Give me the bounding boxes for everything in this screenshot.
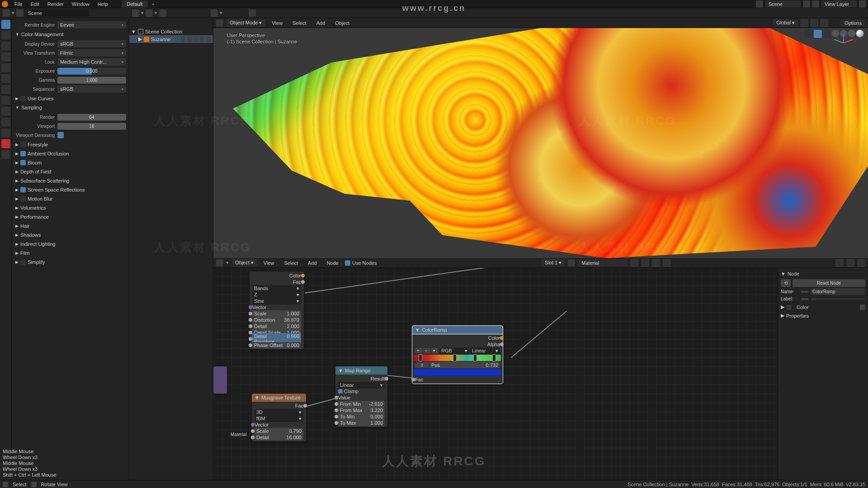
sss-section[interactable]: ▶Subsurface Scattering [14,176,126,185]
color-ramp-header[interactable]: ▼ColorRamp [412,326,503,334]
performance-section[interactable]: ▶Performance [14,212,126,221]
overlays-toggle-icon[interactable] [814,30,822,38]
viewport-visibility-icon[interactable] [199,37,205,42]
partial-node[interactable] [213,366,227,394]
editor-type-shader-icon[interactable] [216,259,223,267]
editor-type-icon[interactable] [3,9,10,17]
hair-section[interactable]: ▶Hair [14,221,126,230]
transform-orientation-dropdown[interactable]: Global ▾ [773,19,798,27]
sequencer-dropdown[interactable]: sRGB▾ [57,85,126,93]
node-section-header[interactable]: ▼Node [781,270,865,278]
outliner-scene-collection[interactable]: ▼Scene Collection [129,28,213,35]
vp-menu-object[interactable]: Object [331,19,353,27]
musgrave-scale-field[interactable]: Scale0.790 [255,428,303,434]
film-section[interactable]: ▶Film [14,249,126,258]
ne-menu-node[interactable]: Node [323,259,342,267]
ramp-color-swatch[interactable] [414,369,501,375]
gamma-field[interactable]: 1.000 [57,77,126,84]
viewport-samples-field[interactable]: 16 [57,123,126,130]
viewport-denoising-checkbox[interactable] [57,132,64,138]
ne-menu-add[interactable]: Add [304,259,321,267]
material-unlink-icon[interactable] [652,259,660,267]
tab-material-icon[interactable] [1,139,10,148]
interaction-mode-dropdown[interactable]: Object Mode ▾ [226,19,265,27]
indirect-lighting-section[interactable]: ▶Indirect Lighting [14,239,126,249]
ne-menu-select[interactable]: Select [281,259,302,267]
musgrave-header[interactable]: ▼Musgrave Texture [252,394,306,402]
musgrave-detail-field[interactable]: Detail16.000 [255,434,303,441]
bloom-section[interactable]: ▶Bloom [14,158,126,167]
map-range-clamp-checkbox[interactable] [338,389,343,394]
options-dropdown[interactable]: Options [841,19,865,27]
reset-node-icon[interactable]: ⟲ [781,279,791,287]
ramp-position-field[interactable]: Pos0.732 [429,362,500,368]
new-collection-icon[interactable] [249,9,256,17]
map-range-node[interactable]: ▼Map Range Result Linear▾ Clamp Value Fr… [335,366,387,427]
ne-menu-view[interactable]: View [260,259,278,267]
tab-modifier-icon[interactable] [1,85,10,94]
tab-output-icon[interactable] [1,31,10,40]
tab-constraint-icon[interactable] [1,117,10,127]
material-slot-dropdown[interactable]: Slot 1 ▾ [541,259,565,267]
to-min-field[interactable]: To Min0.000 [338,413,385,420]
pin-material-icon[interactable] [663,259,671,267]
outliner-editor-icon[interactable] [132,9,139,17]
menu-edit[interactable]: Edit [27,0,43,8]
tab-texture-icon[interactable] [1,150,10,159]
scene-field[interactable]: Scene [765,0,801,8]
view-transform-dropdown[interactable]: Filmic▾ [57,49,126,56]
tab-particle-icon[interactable] [1,96,10,105]
ramp-mode-dropdown[interactable]: RGB▾ [439,347,469,354]
color-section-header[interactable]: ▶ Color [781,303,865,311]
node-label-field[interactable] [811,298,865,300]
pivot-icon[interactable] [800,19,808,27]
ramp-add-button[interactable]: + [415,348,422,353]
to-max-field[interactable]: To Max1.000 [338,420,385,426]
view-layer-field[interactable]: View Layer [821,0,857,8]
xray-toggle-icon[interactable] [823,30,831,38]
wave-profile-dropdown[interactable]: Sine▾ [252,298,301,305]
tab-data-icon[interactable] [1,128,10,137]
render-samples-field[interactable]: 64 [57,114,126,121]
look-dropdown[interactable]: Medium High Contr...▾ [57,58,126,66]
menu-render[interactable]: Render [44,0,67,8]
ssr-section[interactable]: ▶Screen Space Reflections [14,185,126,194]
rendered-shading-icon[interactable] [856,30,863,37]
motion-blur-section[interactable]: ▶Motion Blur [14,194,126,203]
workspace-tab[interactable]: Default [122,0,148,8]
tab-render-icon[interactable] [1,20,10,29]
display-device-dropdown[interactable]: sRGB▾ [57,40,126,47]
material-name-field[interactable]: Material [578,259,627,267]
3d-viewport[interactable]: Object Mode ▾ View Select Add Object Glo… [213,18,868,258]
vp-menu-view[interactable]: View [268,19,286,27]
musgrave-dim-dropdown[interactable]: 3D▾ [255,409,303,416]
editor-type-viewport-icon[interactable] [216,19,223,27]
shader-type-dropdown[interactable]: Object ▾ [231,259,257,267]
use-curves-section[interactable]: ▶Use Curves [14,94,126,103]
from-min-field[interactable]: From Min-2.610 [338,401,385,407]
eye-icon[interactable] [193,37,198,42]
scene-new-icon[interactable] [803,0,810,8]
sampling-section[interactable]: ▼Sampling [14,103,126,112]
scene-name-field[interactable]: Scene [25,9,89,17]
ramp-menu-button[interactable]: ▾ [431,348,439,353]
color-list-icon[interactable] [860,305,865,310]
menu-file[interactable]: File [11,0,26,8]
shader-node-editor[interactable]: ▾ Object ▾ View Select Add Node Use Node… [213,258,868,480]
map-range-interp-dropdown[interactable]: Linear▾ [338,382,385,389]
reset-node-button[interactable]: Reset Node [793,279,865,287]
outliner-object-suzanne[interactable]: ▶Suzanne [129,35,213,43]
navigation-gizmo[interactable] [833,32,854,53]
material-new-icon[interactable] [641,259,649,267]
tab-object-icon[interactable] [1,74,10,83]
proportional-icon[interactable] [820,19,828,27]
menu-help[interactable]: Help [94,0,112,8]
color-ramp-gradient[interactable] [414,355,501,361]
modifier-icon[interactable] [180,37,186,42]
node-name-field[interactable]: ColorRamp [811,288,865,295]
gizmo-toggle-icon[interactable] [805,30,813,38]
ramp-remove-button[interactable]: − [423,348,430,353]
exposure-slider[interactable]: 0.000 [57,68,126,75]
shadows-section[interactable]: ▶Shadows [14,230,126,239]
filter-icon[interactable] [211,9,218,17]
